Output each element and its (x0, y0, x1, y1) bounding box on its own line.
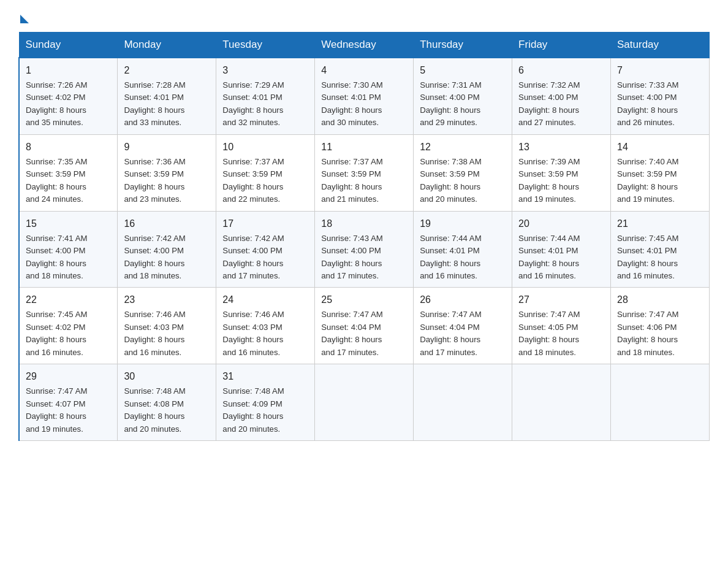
day-info: Sunrise: 7:48 AMSunset: 4:08 PMDaylight:… (124, 386, 185, 433)
day-info: Sunrise: 7:48 AMSunset: 4:09 PMDaylight:… (222, 386, 284, 433)
calendar-cell: 13 Sunrise: 7:39 AMSunset: 3:59 PMDaylig… (512, 134, 611, 211)
calendar-cell: 30 Sunrise: 7:48 AMSunset: 4:08 PMDaylig… (118, 364, 216, 441)
calendar-cell: 3 Sunrise: 7:29 AMSunset: 4:01 PMDayligh… (216, 58, 315, 134)
day-info: Sunrise: 7:45 AMSunset: 4:02 PMDaylight:… (26, 310, 87, 356)
day-info: Sunrise: 7:30 AMSunset: 4:01 PMDaylight:… (321, 80, 382, 127)
calendar-cell: 9 Sunrise: 7:36 AMSunset: 3:59 PMDayligh… (118, 134, 216, 211)
day-info: Sunrise: 7:46 AMSunset: 4:03 PMDaylight:… (124, 310, 185, 356)
day-number: 20 (518, 216, 604, 231)
calendar-cell: 20 Sunrise: 7:44 AMSunset: 4:01 PMDaylig… (512, 211, 611, 288)
calendar-cell: 1 Sunrise: 7:26 AMSunset: 4:02 PMDayligh… (19, 58, 118, 134)
column-header-sunday: Sunday (19, 33, 118, 58)
day-info: Sunrise: 7:37 AMSunset: 3:59 PMDaylight:… (321, 157, 382, 204)
day-info: Sunrise: 7:44 AMSunset: 4:01 PMDaylight:… (518, 234, 580, 280)
day-number: 28 (617, 293, 703, 307)
day-info: Sunrise: 7:46 AMSunset: 4:03 PMDaylight:… (222, 310, 284, 356)
calendar-week-2: 8 Sunrise: 7:35 AMSunset: 3:59 PMDayligh… (19, 134, 710, 211)
day-number: 19 (420, 216, 506, 231)
column-header-saturday: Saturday (611, 33, 710, 58)
day-number: 15 (26, 216, 111, 231)
day-info: Sunrise: 7:44 AMSunset: 4:01 PMDaylight:… (420, 234, 481, 280)
day-info: Sunrise: 7:32 AMSunset: 4:00 PMDaylight:… (518, 80, 580, 127)
calendar-cell (512, 364, 611, 441)
day-info: Sunrise: 7:47 AMSunset: 4:05 PMDaylight:… (518, 310, 580, 356)
calendar-cell: 27 Sunrise: 7:47 AMSunset: 4:05 PMDaylig… (512, 288, 611, 364)
day-number: 26 (420, 293, 506, 307)
day-info: Sunrise: 7:37 AMSunset: 3:59 PMDaylight:… (222, 157, 284, 204)
calendar-header-row: SundayMondayTuesdayWednesdayThursdayFrid… (19, 33, 710, 58)
calendar-cell: 26 Sunrise: 7:47 AMSunset: 4:04 PMDaylig… (414, 288, 512, 364)
calendar-cell: 24 Sunrise: 7:46 AMSunset: 4:03 PMDaylig… (216, 288, 315, 364)
day-number: 8 (26, 140, 111, 155)
day-info: Sunrise: 7:39 AMSunset: 3:59 PMDaylight:… (518, 157, 580, 204)
calendar-table: SundayMondayTuesdayWednesdayThursdayFrid… (18, 32, 710, 441)
calendar-cell: 4 Sunrise: 7:30 AMSunset: 4:01 PMDayligh… (315, 58, 414, 134)
day-info: Sunrise: 7:36 AMSunset: 3:59 PMDaylight:… (124, 157, 185, 204)
day-number: 31 (222, 369, 308, 384)
day-number: 14 (617, 140, 703, 155)
column-header-thursday: Thursday (414, 33, 512, 58)
day-info: Sunrise: 7:47 AMSunset: 4:04 PMDaylight:… (321, 310, 382, 356)
day-number: 6 (518, 63, 604, 78)
logo-triangle-icon (20, 15, 29, 23)
page-header (18, 12, 710, 21)
day-info: Sunrise: 7:33 AMSunset: 4:00 PMDaylight:… (617, 80, 678, 127)
calendar-cell: 7 Sunrise: 7:33 AMSunset: 4:00 PMDayligh… (611, 58, 710, 134)
day-number: 10 (222, 140, 308, 155)
day-number: 4 (321, 63, 407, 78)
day-info: Sunrise: 7:43 AMSunset: 4:00 PMDaylight:… (321, 234, 382, 280)
day-number: 22 (26, 293, 111, 307)
day-number: 23 (124, 293, 210, 307)
calendar-cell: 25 Sunrise: 7:47 AMSunset: 4:04 PMDaylig… (315, 288, 414, 364)
day-info: Sunrise: 7:35 AMSunset: 3:59 PMDaylight:… (26, 157, 87, 204)
day-info: Sunrise: 7:29 AMSunset: 4:01 PMDaylight:… (222, 80, 284, 127)
calendar-cell: 12 Sunrise: 7:38 AMSunset: 3:59 PMDaylig… (414, 134, 512, 211)
day-info: Sunrise: 7:28 AMSunset: 4:01 PMDaylight:… (124, 80, 185, 127)
day-info: Sunrise: 7:47 AMSunset: 4:04 PMDaylight:… (420, 310, 481, 356)
day-info: Sunrise: 7:47 AMSunset: 4:06 PMDaylight:… (617, 310, 678, 356)
calendar-week-5: 29 Sunrise: 7:47 AMSunset: 4:07 PMDaylig… (19, 364, 710, 441)
calendar-cell: 28 Sunrise: 7:47 AMSunset: 4:06 PMDaylig… (611, 288, 710, 364)
calendar-week-4: 22 Sunrise: 7:45 AMSunset: 4:02 PMDaylig… (19, 288, 710, 364)
day-number: 3 (222, 63, 308, 78)
calendar-cell: 11 Sunrise: 7:37 AMSunset: 3:59 PMDaylig… (315, 134, 414, 211)
day-number: 12 (420, 140, 506, 155)
column-header-friday: Friday (512, 33, 611, 58)
calendar-week-3: 15 Sunrise: 7:41 AMSunset: 4:00 PMDaylig… (19, 211, 710, 288)
day-number: 11 (321, 140, 407, 155)
logo (18, 12, 29, 21)
calendar-cell: 2 Sunrise: 7:28 AMSunset: 4:01 PMDayligh… (118, 58, 216, 134)
calendar-cell: 21 Sunrise: 7:45 AMSunset: 4:01 PMDaylig… (611, 211, 710, 288)
day-number: 21 (617, 216, 703, 231)
calendar-cell: 16 Sunrise: 7:42 AMSunset: 4:00 PMDaylig… (118, 211, 216, 288)
calendar-cell: 23 Sunrise: 7:46 AMSunset: 4:03 PMDaylig… (118, 288, 216, 364)
calendar-cell: 5 Sunrise: 7:31 AMSunset: 4:00 PMDayligh… (414, 58, 512, 134)
day-number: 18 (321, 216, 407, 231)
calendar-cell (315, 364, 414, 441)
calendar-cell: 8 Sunrise: 7:35 AMSunset: 3:59 PMDayligh… (19, 134, 118, 211)
day-number: 25 (321, 293, 407, 307)
calendar-cell: 14 Sunrise: 7:40 AMSunset: 3:59 PMDaylig… (611, 134, 710, 211)
day-number: 7 (617, 63, 703, 78)
day-info: Sunrise: 7:31 AMSunset: 4:00 PMDaylight:… (420, 80, 481, 127)
calendar-cell: 31 Sunrise: 7:48 AMSunset: 4:09 PMDaylig… (216, 364, 315, 441)
day-info: Sunrise: 7:26 AMSunset: 4:02 PMDaylight:… (26, 80, 87, 127)
day-number: 17 (222, 216, 308, 231)
calendar-cell: 29 Sunrise: 7:47 AMSunset: 4:07 PMDaylig… (19, 364, 118, 441)
column-header-monday: Monday (118, 33, 216, 58)
day-number: 5 (420, 63, 506, 78)
day-info: Sunrise: 7:38 AMSunset: 3:59 PMDaylight:… (420, 157, 481, 204)
day-number: 16 (124, 216, 210, 231)
day-info: Sunrise: 7:41 AMSunset: 4:00 PMDaylight:… (26, 234, 87, 280)
calendar-cell: 15 Sunrise: 7:41 AMSunset: 4:00 PMDaylig… (19, 211, 118, 288)
day-number: 30 (124, 369, 210, 384)
calendar-cell: 6 Sunrise: 7:32 AMSunset: 4:00 PMDayligh… (512, 58, 611, 134)
day-info: Sunrise: 7:42 AMSunset: 4:00 PMDaylight:… (124, 234, 185, 280)
day-info: Sunrise: 7:47 AMSunset: 4:07 PMDaylight:… (26, 386, 87, 433)
column-header-tuesday: Tuesday (216, 33, 315, 58)
calendar-cell: 17 Sunrise: 7:42 AMSunset: 4:00 PMDaylig… (216, 211, 315, 288)
day-info: Sunrise: 7:42 AMSunset: 4:00 PMDaylight:… (222, 234, 284, 280)
day-info: Sunrise: 7:45 AMSunset: 4:01 PMDaylight:… (617, 234, 678, 280)
day-number: 2 (124, 63, 210, 78)
calendar-cell: 10 Sunrise: 7:37 AMSunset: 3:59 PMDaylig… (216, 134, 315, 211)
